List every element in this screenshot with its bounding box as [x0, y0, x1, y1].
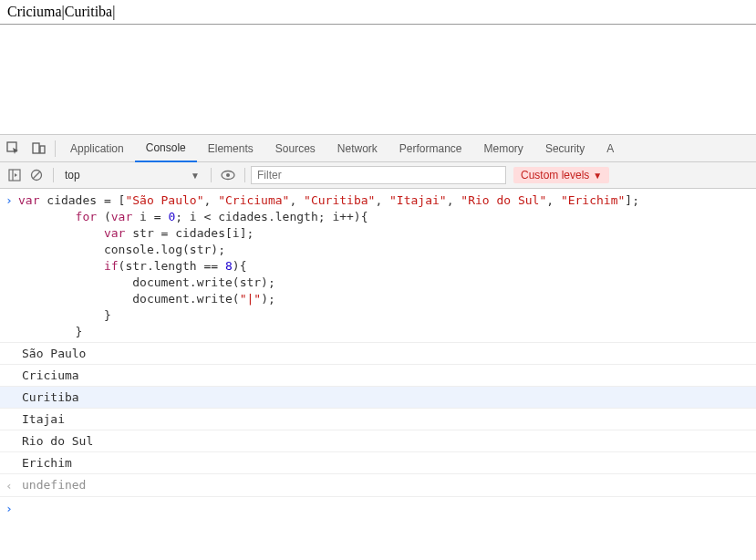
filter-input[interactable]	[251, 166, 506, 184]
log-text: Rio do Sul	[18, 434, 93, 448]
svg-point-8	[226, 173, 230, 177]
tab-memory[interactable]: Memory	[473, 135, 534, 162]
console-input-entry: › var cidades = ["São Paulo", "Criciuma"…	[0, 189, 756, 343]
separator	[55, 140, 56, 157]
tab-console[interactable]: Console	[135, 135, 197, 162]
input-prompt-icon: ›	[0, 501, 18, 515]
console-log-row: Rio do Sul	[0, 430, 756, 452]
context-selector-value: top	[65, 169, 80, 181]
tab-elements[interactable]: Elements	[197, 135, 264, 162]
clear-console-icon[interactable]	[26, 164, 47, 186]
console-log-row: Curitiba	[0, 387, 756, 409]
document-body-output: Criciuma|Curitiba|	[0, 0, 756, 25]
separator	[211, 168, 212, 182]
page-whitespace	[0, 25, 756, 134]
svg-line-6	[33, 171, 40, 179]
output-indicator-icon: ‹	[0, 478, 18, 493]
console-toolbar: top ▼ Custom levels ▼	[0, 162, 756, 189]
console-log-row: Criciuma	[0, 365, 756, 387]
tab-security[interactable]: Security	[534, 135, 595, 162]
console-body: › var cidades = ["São Paulo", "Criciuma"…	[0, 189, 756, 519]
toggle-sidebar-icon[interactable]	[4, 164, 26, 186]
live-expression-icon[interactable]	[217, 164, 239, 186]
console-log-row: Itajai	[0, 409, 756, 430]
document-write-text: Criciuma|Curitiba|	[7, 4, 115, 19]
log-text: Curitiba	[18, 390, 79, 404]
log-gutter	[0, 412, 18, 426]
input-prompt-icon: ›	[0, 192, 18, 340]
tab-more-truncated[interactable]: A	[595, 135, 625, 162]
log-levels-label: Custom levels	[521, 169, 589, 181]
console-return-value: ‹ undefined	[0, 474, 756, 497]
console-log-row: São Paulo	[0, 343, 756, 365]
tab-network[interactable]: Network	[326, 135, 388, 162]
svg-rect-1	[33, 143, 39, 153]
tab-application[interactable]: Application	[59, 135, 135, 162]
devtools-tabs-row: Application Console Elements Sources Net…	[0, 135, 756, 162]
return-value-text: undefined	[18, 478, 86, 493]
inspect-element-icon[interactable]	[0, 136, 26, 161]
log-text: Criciuma	[18, 368, 79, 382]
svg-rect-2	[40, 146, 45, 153]
log-text: São Paulo	[18, 347, 86, 360]
log-gutter	[0, 347, 18, 360]
context-selector[interactable]: top ▼	[59, 169, 205, 181]
log-gutter	[0, 390, 18, 404]
chevron-down-icon: ▼	[593, 171, 602, 181]
log-gutter	[0, 456, 18, 470]
devtools-panel: Application Console Elements Sources Net…	[0, 134, 756, 519]
tab-sources[interactable]: Sources	[264, 135, 326, 162]
log-gutter	[0, 368, 18, 382]
log-levels-selector[interactable]: Custom levels ▼	[513, 167, 609, 183]
log-gutter	[0, 434, 18, 448]
code-text: var cidades = ["São Paulo", "Criciuma", …	[18, 192, 639, 340]
separator	[244, 168, 245, 182]
separator	[53, 168, 54, 182]
chevron-down-icon: ▼	[191, 171, 200, 181]
log-text: Itajai	[18, 412, 65, 426]
console-log-row: Erichim	[0, 452, 756, 474]
tab-performance[interactable]: Performance	[388, 135, 473, 162]
console-prompt-row[interactable]: ›	[0, 497, 756, 519]
log-text: Erichim	[18, 456, 72, 470]
device-toolbar-icon[interactable]	[26, 136, 51, 161]
